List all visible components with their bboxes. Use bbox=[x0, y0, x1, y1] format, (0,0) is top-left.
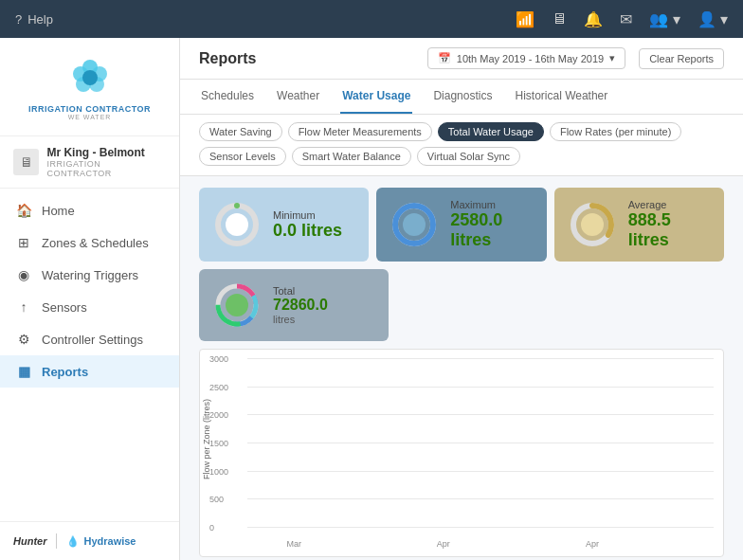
home-icon: 🏠 bbox=[15, 203, 32, 218]
sidebar-user: 🖥 Mr King - Belmont IRRIGATION CONTRACTO… bbox=[0, 136, 179, 189]
minimum-label: Minimum bbox=[273, 209, 342, 221]
average-label: Average bbox=[628, 199, 711, 210]
hydrawise-logo: 💧 Hydrawise bbox=[66, 535, 136, 548]
sidebar-item-label: Reports bbox=[42, 365, 88, 379]
clear-reports-button[interactable]: Clear Reports bbox=[639, 48, 724, 69]
x-label-apr2: Apr bbox=[406, 539, 480, 549]
chart-area: Flow per Zone (litres) 3000 2500 2000 15… bbox=[180, 349, 743, 560]
maximum-info: Maximum 2580.0 litres bbox=[450, 199, 533, 250]
content-header: Reports 📅 10th May 2019 - 16th May 2019 … bbox=[180, 38, 743, 80]
hydrawise-droplet-icon: 💧 bbox=[66, 535, 80, 548]
tab-water-usage[interactable]: Water Usage bbox=[340, 80, 412, 114]
sidebar-item-zones[interactable]: ⊞ Zones & Schedules bbox=[0, 226, 179, 259]
main-layout: IRRIGATION CONTRACTOR WE WATER 🖥 Mr King… bbox=[0, 38, 743, 560]
sidebar-nav: 🏠 Home ⊞ Zones & Schedules ◉ Watering Tr… bbox=[0, 189, 179, 521]
stat-total: Total 72860.0 litres bbox=[199, 269, 389, 341]
pill-flow-meter[interactable]: Flow Meter Measurements bbox=[288, 122, 432, 141]
stat-minimum: Minimum 0.0 litres bbox=[199, 188, 369, 262]
calendar-icon: 📅 bbox=[438, 52, 451, 64]
minimum-donut-icon bbox=[212, 200, 262, 249]
user-role: IRRIGATION CONTRACTOR bbox=[46, 159, 166, 178]
user-avatar-icon: 🖥 bbox=[13, 149, 39, 175]
sidebar-item-label: Watering Triggers bbox=[42, 268, 138, 282]
sidebar-item-controller[interactable]: ⚙ Controller Settings bbox=[0, 323, 179, 355]
top-nav-icons: 📶 🖥 🔔 ✉ 👥 ▾ 👤 ▾ bbox=[516, 10, 728, 28]
average-donut-icon bbox=[568, 200, 617, 249]
sidebar-item-label: Controller Settings bbox=[42, 333, 143, 347]
page-title: Reports bbox=[199, 50, 256, 67]
sidebar-item-watering[interactable]: ◉ Watering Triggers bbox=[0, 259, 179, 291]
top-navigation: ? Help 📶 🖥 🔔 ✉ 👥 ▾ 👤 ▾ bbox=[0, 0, 743, 38]
total-label: Total bbox=[273, 285, 328, 297]
total-value: 72860.0 bbox=[273, 297, 328, 314]
help-label: Help bbox=[27, 12, 53, 27]
mail-icon[interactable]: ✉ bbox=[620, 10, 632, 28]
average-info: Average 888.5 litres bbox=[628, 199, 711, 250]
pill-virtual-solar-sync[interactable]: Virtual Solar Sync bbox=[417, 147, 520, 166]
date-chevron-icon: ▾ bbox=[609, 52, 615, 64]
footer-divider bbox=[56, 533, 57, 549]
total-donut-icon bbox=[212, 280, 262, 330]
date-range-label: 10th May 2019 - 16th May 2019 bbox=[457, 53, 604, 64]
chart-x-labels: Mar Apr Apr bbox=[247, 539, 714, 549]
x-label-apr3 bbox=[480, 539, 555, 549]
pill-total-water-usage[interactable]: Total Water Usage bbox=[438, 122, 544, 141]
tab-historical-weather[interactable]: Historical Weather bbox=[513, 80, 609, 114]
help-section[interactable]: ? Help bbox=[15, 12, 53, 27]
sidebar: IRRIGATION CONTRACTOR WE WATER 🖥 Mr King… bbox=[0, 38, 180, 560]
average-value: 888.5 litres bbox=[628, 210, 711, 250]
pill-water-saving[interactable]: Water Saving bbox=[199, 122, 282, 141]
sensors-icon: ↑ bbox=[15, 299, 32, 315]
logo-sub: WE WATER bbox=[68, 114, 112, 120]
monitor-icon[interactable]: 🖥 bbox=[552, 10, 567, 27]
sidebar-item-reports[interactable]: ▦ Reports bbox=[0, 355, 179, 388]
total-unit: litres bbox=[273, 314, 328, 325]
filter-pills: Water Saving Flow Meter Measurements Tot… bbox=[180, 115, 743, 176]
pill-flow-rates[interactable]: Flow Rates (per minute) bbox=[550, 122, 681, 141]
sidebar-item-home[interactable]: 🏠 Home bbox=[0, 194, 179, 226]
pill-smart-water-balance[interactable]: Smart Water Balance bbox=[292, 147, 411, 166]
tab-weather[interactable]: Weather bbox=[275, 80, 321, 114]
user-name: Mr King - Belmont bbox=[46, 146, 166, 159]
stats-row-1: Minimum 0.0 litres Maximum 2580.0 litres bbox=[180, 176, 743, 269]
total-info: Total 72860.0 litres bbox=[273, 285, 328, 325]
logo-flower-icon bbox=[66, 53, 114, 100]
x-label-apr5 bbox=[629, 539, 704, 549]
stat-maximum: Maximum 2580.0 litres bbox=[376, 188, 546, 262]
minimum-info: Minimum 0.0 litres bbox=[273, 209, 342, 241]
user-icon[interactable]: 👤 ▾ bbox=[698, 10, 728, 28]
chart-container: Flow per Zone (litres) 3000 2500 2000 15… bbox=[199, 349, 724, 557]
maximum-value: 2580.0 litres bbox=[450, 210, 533, 250]
stats-row-2: Total 72860.0 litres bbox=[180, 269, 743, 349]
svg-point-11 bbox=[403, 213, 426, 236]
users-icon[interactable]: 👥 ▾ bbox=[649, 10, 680, 28]
logo-text: IRRIGATION CONTRACTOR bbox=[28, 104, 151, 114]
pill-sensor-levels[interactable]: Sensor Levels bbox=[199, 147, 286, 166]
sidebar-item-label: Sensors bbox=[42, 300, 87, 315]
zones-icon: ⊞ bbox=[15, 235, 32, 250]
hunter-logo: Hunter bbox=[13, 535, 46, 547]
bell-icon[interactable]: 🔔 bbox=[584, 10, 603, 28]
svg-point-14 bbox=[581, 213, 604, 236]
svg-point-8 bbox=[226, 213, 248, 236]
minimum-value: 0.0 litres bbox=[273, 221, 342, 241]
sidebar-footer: Hunter 💧 Hydrawise bbox=[0, 521, 179, 560]
sidebar-item-label: Zones & Schedules bbox=[42, 236, 149, 250]
help-icon: ? bbox=[15, 12, 22, 27]
date-range-button[interactable]: 📅 10th May 2019 - 16th May 2019 ▾ bbox=[427, 47, 625, 69]
controller-icon: ⚙ bbox=[15, 332, 32, 347]
tab-diagnostics[interactable]: Diagnostics bbox=[431, 80, 494, 114]
maximum-donut-icon bbox=[390, 200, 439, 249]
maximum-label: Maximum bbox=[450, 199, 533, 210]
sidebar-item-label: Home bbox=[42, 204, 75, 218]
sidebar-item-sensors[interactable]: ↑ Sensors bbox=[0, 291, 179, 323]
tab-schedules[interactable]: Schedules bbox=[199, 80, 256, 114]
hydrawise-label: Hydrawise bbox=[83, 535, 136, 547]
x-label-apr4: Apr bbox=[555, 539, 630, 549]
svg-point-5 bbox=[82, 70, 98, 85]
x-label-apr1 bbox=[332, 539, 407, 549]
wifi-icon[interactable]: 📶 bbox=[516, 10, 535, 28]
stat-average: Average 888.5 litres bbox=[554, 188, 724, 262]
chart-bars bbox=[247, 359, 714, 528]
reports-icon: ▦ bbox=[15, 364, 32, 379]
